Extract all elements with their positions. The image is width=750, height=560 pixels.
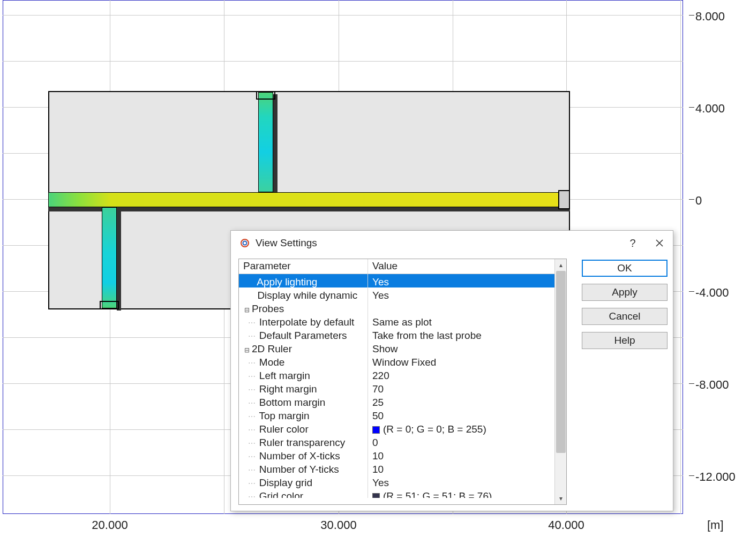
param-value[interactable]: (R = 0; G = 0; B = 255) (368, 421, 566, 435)
param-value[interactable]: Yes (368, 475, 566, 488)
param-name[interactable]: ⊟2D Ruler (239, 341, 368, 354)
param-value[interactable] (368, 301, 566, 314)
param-value[interactable]: 25 (368, 395, 566, 408)
param-value[interactable]: Window Fixed (368, 354, 566, 368)
beam-end-cap[interactable] (256, 91, 275, 100)
param-name[interactable]: ⋯ Display grid (239, 475, 368, 488)
gridline-h (3, 61, 683, 62)
param-value[interactable]: Yes (368, 287, 566, 301)
param-name[interactable]: ⋯ Default Parameters (239, 328, 368, 341)
param-name[interactable]: Display while dynamic (239, 287, 368, 301)
y-tick-label: -12.000 (695, 470, 736, 484)
y-tick-mark (689, 15, 694, 16)
help-button[interactable]: ? (619, 231, 646, 255)
y-tick-mark (689, 475, 694, 476)
param-value[interactable]: (R = 51; G = 51; B = 76) (368, 488, 566, 498)
column-header-parameter[interactable]: Parameter (239, 259, 368, 274)
y-tick-mark (689, 383, 694, 384)
param-value[interactable]: 0 (368, 435, 566, 448)
dialog-title: View Settings (256, 237, 317, 249)
apply-button[interactable]: Apply (582, 284, 668, 301)
settings-row[interactable]: ⋯ Grid color(R = 51; G = 51; B = 76) (239, 488, 566, 498)
x-tick-label: 20.000 (92, 518, 128, 532)
param-name[interactable]: ⋯ Right margin (239, 381, 368, 395)
y-tick-label: 0 (695, 194, 702, 208)
ok-button[interactable]: OK (582, 260, 668, 277)
column-header-value[interactable]: Value (368, 259, 566, 274)
y-tick-label: 8.000 (695, 10, 725, 24)
settings-row[interactable]: ⋯ Number of Y-ticks10 (239, 461, 566, 475)
settings-row[interactable]: ⋯ Left margin220 (239, 368, 566, 381)
param-value[interactable]: Take from the last probe (368, 328, 566, 341)
scroll-up-icon[interactable]: ▴ (555, 259, 567, 271)
param-name[interactable]: ⋯ Left margin (239, 368, 368, 381)
settings-row[interactable]: ⊟Probes (239, 301, 566, 314)
param-name[interactable]: ⋯ Number of X-ticks (239, 448, 368, 461)
vertical-scrollbar[interactable]: ▴ ▾ (554, 259, 566, 504)
close-button[interactable] (646, 231, 673, 255)
param-value[interactable]: Yes (368, 274, 566, 287)
vertical-beam-top[interactable] (258, 92, 273, 192)
param-value[interactable]: 220 (368, 368, 566, 381)
y-tick-label: 4.000 (695, 102, 725, 116)
view-settings-dialog[interactable]: View Settings ? Parameter Value Apply li… (230, 230, 673, 511)
beam-shadow (273, 94, 278, 194)
settings-row[interactable]: ⋯ Interpolate by defaultSame as plot (239, 314, 566, 328)
settings-row[interactable]: Display while dynamicYes (239, 287, 566, 301)
y-tick-mark (689, 291, 694, 292)
param-value[interactable]: 70 (368, 381, 566, 395)
y-tick-label: -8.000 (695, 378, 729, 392)
param-name[interactable]: ⋯ Mode (239, 354, 368, 368)
gridline-h (3, 15, 683, 16)
param-name[interactable]: ⋯ Top margin (239, 408, 368, 421)
beam-shadow (48, 207, 570, 211)
beam-shadow (117, 211, 121, 311)
param-value[interactable]: Same as plot (368, 314, 566, 328)
param-name[interactable]: ⋯ Number of Y-ticks (239, 461, 368, 475)
settings-row[interactable]: ⋯ ModeWindow Fixed (239, 354, 566, 368)
x-tick-label: 30.000 (320, 518, 356, 532)
horizontal-beam[interactable] (48, 192, 570, 207)
y-tick-mark (689, 199, 694, 200)
vertical-beam-bottom[interactable] (102, 207, 117, 308)
param-value[interactable]: 10 (368, 448, 566, 461)
param-name[interactable]: ⋯ Grid color (239, 488, 368, 498)
help-dialog-button[interactable]: Help (582, 332, 668, 349)
param-value[interactable]: Show (368, 341, 566, 354)
color-swatch (372, 426, 380, 434)
app-icon (239, 238, 250, 248)
y-tick-mark (689, 107, 694, 108)
settings-row[interactable]: ⋯ Ruler color(R = 0; G = 0; B = 255) (239, 421, 566, 435)
gridline-v (680, 0, 681, 514)
settings-row[interactable]: ⊟2D RulerShow (239, 341, 566, 354)
beam-end-cap[interactable] (558, 190, 570, 209)
param-name[interactable]: ⋯ Bottom margin (239, 395, 368, 408)
axis-unit: [m] (707, 518, 724, 532)
param-value[interactable]: 50 (368, 408, 566, 421)
param-name[interactable]: ⋯ Interpolate by default (239, 314, 368, 328)
settings-row[interactable]: Apply lightingYes (239, 274, 566, 287)
y-tick-label: -4.000 (695, 286, 729, 300)
scroll-down-icon[interactable]: ▾ (555, 493, 567, 504)
param-name[interactable]: ⊟Probes (239, 301, 368, 314)
param-name[interactable]: ⋯ Ruler color (239, 421, 368, 435)
settings-row[interactable]: ⋯ Right margin70 (239, 381, 566, 395)
color-swatch (372, 493, 380, 498)
svg-point-0 (241, 239, 249, 247)
param-value[interactable]: 10 (368, 461, 566, 475)
x-tick-label: 40.000 (548, 518, 584, 532)
settings-row[interactable]: ⋯ Number of X-ticks10 (239, 448, 566, 461)
settings-grid[interactable]: Parameter Value Apply lightingYes Displa… (238, 259, 567, 505)
settings-row[interactable]: ⋯ Bottom margin25 (239, 395, 566, 408)
cancel-button[interactable]: Cancel (582, 308, 668, 325)
param-name[interactable]: ⋯ Ruler transparency (239, 435, 368, 448)
settings-row[interactable]: ⋯ Display gridYes (239, 475, 566, 488)
param-name[interactable]: Apply lighting (239, 274, 368, 287)
beam-end-cap[interactable] (100, 301, 119, 309)
scroll-thumb[interactable] (556, 271, 566, 453)
settings-row[interactable]: ⋯ Ruler transparency0 (239, 435, 566, 448)
svg-point-1 (243, 241, 247, 245)
settings-row[interactable]: ⋯ Top margin50 (239, 408, 566, 421)
settings-row[interactable]: ⋯ Default ParametersTake from the last p… (239, 328, 566, 341)
dialog-titlebar[interactable]: View Settings ? (231, 231, 673, 255)
